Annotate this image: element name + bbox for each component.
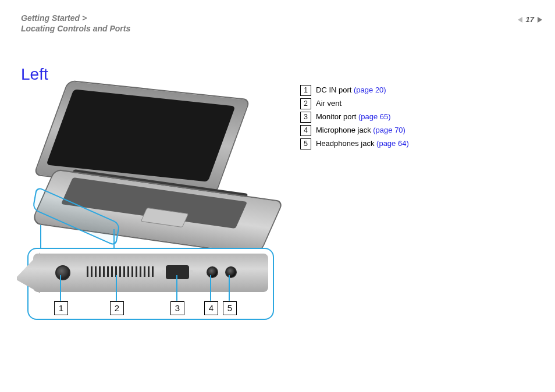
- legend-num: 2: [300, 98, 311, 109]
- leader-line: [176, 275, 177, 301]
- next-page-icon[interactable]: [538, 17, 542, 23]
- callout-4: 4: [204, 301, 218, 315]
- legend-page-link[interactable]: (page 65): [358, 112, 391, 121]
- legend-label: DC IN port: [316, 85, 354, 94]
- page-title: Left: [21, 65, 48, 84]
- dc-in-port-icon: [55, 265, 70, 280]
- breadcrumb: Getting Started > Locating Controls and …: [21, 13, 130, 34]
- callout-5: 5: [223, 301, 237, 315]
- legend-num: 1: [300, 85, 311, 96]
- legend-row: 3 Monitor port (page 65): [300, 111, 409, 123]
- legend-num: 5: [300, 138, 311, 149]
- headphones-jack-icon: [225, 266, 237, 278]
- manual-page: { "header": { "breadcrumb_chapter": "Get…: [0, 0, 555, 392]
- leader-line: [116, 275, 117, 301]
- legend-row: 4 Microphone jack (page 70): [300, 124, 409, 137]
- legend-row: 1 DC IN port (page 20): [300, 84, 409, 97]
- breadcrumb-chapter: Getting Started >: [21, 13, 87, 23]
- legend-num: 3: [300, 112, 311, 123]
- prev-page-icon[interactable]: [518, 17, 522, 23]
- legend-row: 2 Air vent: [300, 97, 409, 110]
- legend-page-link[interactable]: (page 64): [376, 139, 409, 148]
- callout-3: 3: [170, 301, 184, 315]
- legend-num: 4: [300, 125, 311, 136]
- microphone-jack-icon: [207, 266, 218, 278]
- leader-line: [229, 275, 230, 301]
- air-vent-icon: [87, 266, 155, 277]
- leader-line: [60, 275, 61, 301]
- page-nav: 17: [518, 15, 542, 24]
- leader-line: [210, 275, 211, 301]
- page-number: 17: [526, 15, 534, 24]
- legend-label: Air vent: [316, 99, 341, 108]
- legend: 1 DC IN port (page 20) 2 Air vent 3 Moni…: [300, 84, 409, 151]
- monitor-port-icon: [166, 265, 189, 279]
- legend-page-link[interactable]: (page 70): [373, 126, 405, 134]
- legend-row: 5 Headphones jack (page 64): [300, 137, 409, 150]
- legend-label: Microphone jack: [316, 126, 373, 134]
- legend-page-link[interactable]: (page 20): [354, 85, 386, 94]
- callout-2: 2: [110, 301, 124, 315]
- callout-1: 1: [54, 301, 68, 315]
- legend-label: Headphones jack: [316, 139, 376, 148]
- legend-label: Monitor port: [316, 112, 358, 121]
- side-panel-taper: [17, 252, 40, 293]
- side-panel-body: [33, 254, 268, 292]
- breadcrumb-section: Locating Controls and Ports: [21, 23, 130, 34]
- left-side-diagram: 1 2 3 4 5: [27, 83, 278, 315]
